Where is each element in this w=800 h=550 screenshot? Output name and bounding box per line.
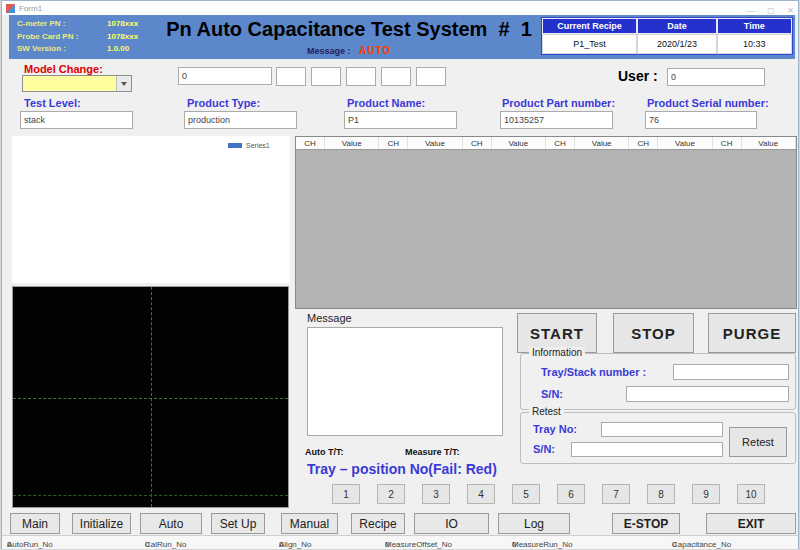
cmeter-pn-label: C-meter PN : [17, 18, 65, 31]
information-sn-label: S/N: [541, 388, 563, 400]
retest-tray-no-label: Tray No: [533, 423, 577, 435]
small-box-5[interactable] [416, 67, 446, 86]
grid-col-ch: CH [296, 137, 325, 149]
page-title: Pn Auto Capacitance Test System # 1 [149, 18, 549, 41]
small-box-3[interactable] [346, 67, 376, 86]
crosshair-horizontal-line [13, 398, 288, 399]
product-serial-number-input[interactable] [645, 111, 757, 129]
grid-col-value: Value [408, 137, 462, 149]
tray-stack-number-input[interactable] [673, 364, 789, 380]
information-group: Information Tray/Stack number : S/N: [520, 353, 796, 410]
user-input[interactable] [667, 68, 765, 86]
probe-card-pn-row: Probe Card PN : 1078xxx [17, 31, 159, 44]
product-type-input[interactable] [184, 111, 297, 129]
nav-manual-button[interactable]: Manual [281, 513, 338, 534]
nav-auto-button[interactable]: Auto [140, 513, 202, 534]
recipe-header-current-recipe: Current Recipe [542, 18, 637, 34]
recipe-table-header: Current Recipe Date Time [542, 18, 792, 34]
series1-swatch-icon [228, 143, 242, 148]
recipe-value-current-recipe: P1_Test [542, 34, 637, 54]
product-type-label: Product Type: [187, 97, 260, 109]
tray-button-7[interactable]: 7 [602, 484, 630, 504]
nav-io-button[interactable]: IO [414, 513, 489, 534]
product-part-number-input[interactable] [500, 111, 613, 129]
tray-button-10[interactable]: 10 [737, 484, 765, 504]
sw-version-row: SW Version : 1.0.00 [17, 43, 159, 56]
measurement-grid: CH Value CH Value CH Value CH Value CH V… [295, 136, 797, 309]
tray-button-3[interactable]: 3 [422, 484, 450, 504]
message-box[interactable] [307, 327, 503, 436]
purge-button[interactable]: PURGE [708, 313, 796, 353]
chevron-down-icon[interactable] [116, 76, 131, 91]
grid-col-value: Value [658, 137, 712, 149]
estop-button[interactable]: E-STOP [612, 513, 680, 534]
small-box-4[interactable] [381, 67, 411, 86]
status-bar: AutoRun_No : 0 CalRun_No : 0 Align_No : … [2, 535, 798, 549]
tray-button-2[interactable]: 2 [377, 484, 405, 504]
grid-col-value: Value [742, 137, 796, 149]
grid-col-ch: CH [463, 137, 492, 149]
small-box-2[interactable] [311, 67, 341, 86]
grid-col-ch: CH [546, 137, 575, 149]
maximize-icon[interactable]: ▢ [767, 6, 775, 15]
grid-col-value: Value [492, 137, 546, 149]
recipe-value-time: 10:33 [717, 34, 792, 54]
crosshair-vertical-line [151, 287, 152, 507]
tray-button-6[interactable]: 6 [557, 484, 585, 504]
exit-button[interactable]: EXIT [706, 513, 796, 534]
product-serial-number-label: Product Serial number: [647, 97, 769, 109]
nav-setup-button[interactable]: Set Up [211, 513, 265, 534]
series1-label: Series1 [246, 142, 270, 149]
information-group-title: Information [529, 347, 585, 358]
test-level-input[interactable] [20, 111, 133, 129]
window-titlebar: Form1 — ▢ ✕ [2, 1, 798, 15]
small-box-1[interactable] [276, 67, 306, 86]
tray-button-8[interactable]: 8 [647, 484, 675, 504]
test-level-label: Test Level: [24, 97, 81, 109]
grid-col-ch: CH [713, 137, 742, 149]
close-icon[interactable]: ✕ [787, 6, 794, 15]
chart-legend: Series1 [228, 142, 270, 149]
app-icon [6, 4, 15, 13]
nav-main-button[interactable]: Main [10, 513, 60, 534]
recipe-header-date: Date [637, 18, 716, 34]
grid-col-ch: CH [629, 137, 658, 149]
model-change-combobox[interactable] [22, 75, 132, 92]
product-part-number-label: Product Part number: [502, 97, 615, 109]
cmeter-pn-row: C-meter PN : 1078xxx [17, 18, 159, 31]
tray-position-buttons: 1 2 3 4 5 6 7 8 9 10 [332, 484, 765, 504]
retest-tray-no-input[interactable] [601, 422, 723, 437]
device-info-block: C-meter PN : 1078xxx Probe Card PN : 107… [17, 18, 159, 56]
nav-recipe-button[interactable]: Recipe [351, 513, 405, 534]
retest-group: Retest Tray No: S/N: Retest [520, 412, 796, 464]
retest-sn-label: S/N: [533, 443, 555, 455]
tray-button-5[interactable]: 5 [512, 484, 540, 504]
measurement-grid-header: CH Value CH Value CH Value CH Value CH V… [296, 137, 796, 150]
crosshair-lower-line [13, 495, 288, 496]
product-name-input[interactable] [344, 111, 457, 129]
lot-input[interactable] [178, 67, 272, 85]
recipe-table: Current Recipe Date Time P1_Test 2020/1/… [541, 17, 793, 55]
nav-log-button[interactable]: Log [498, 513, 570, 534]
retest-button[interactable]: Retest [729, 427, 787, 457]
tray-button-1[interactable]: 1 [332, 484, 360, 504]
measure-tt-label: Measure T/T: [405, 447, 460, 457]
tray-position-label: Tray – position No(Fail: Red) [307, 461, 497, 477]
tray-button-4[interactable]: 4 [467, 484, 495, 504]
retest-sn-input[interactable] [571, 442, 723, 457]
stop-button[interactable]: STOP [613, 313, 694, 353]
recipe-header-time: Time [717, 18, 792, 34]
minimize-icon[interactable]: — [747, 6, 755, 15]
information-sn-input[interactable] [626, 386, 789, 402]
nav-initialize-button[interactable]: Initialize [72, 513, 131, 534]
retest-group-title: Retest [529, 406, 564, 417]
user-label: User : [618, 68, 658, 84]
capacitance-chart-panel: Series1 [12, 136, 290, 283]
tray-button-9[interactable]: 9 [692, 484, 720, 504]
recipe-table-values: P1_Test 2020/1/23 10:33 [542, 34, 792, 54]
message-status-line: Message : AUTO [149, 45, 549, 56]
auto-tt-label: Auto T/T: [305, 447, 344, 457]
grid-col-value: Value [575, 137, 629, 149]
probe-card-pn-label: Probe Card PN : [17, 31, 78, 44]
product-name-label: Product Name: [347, 97, 425, 109]
